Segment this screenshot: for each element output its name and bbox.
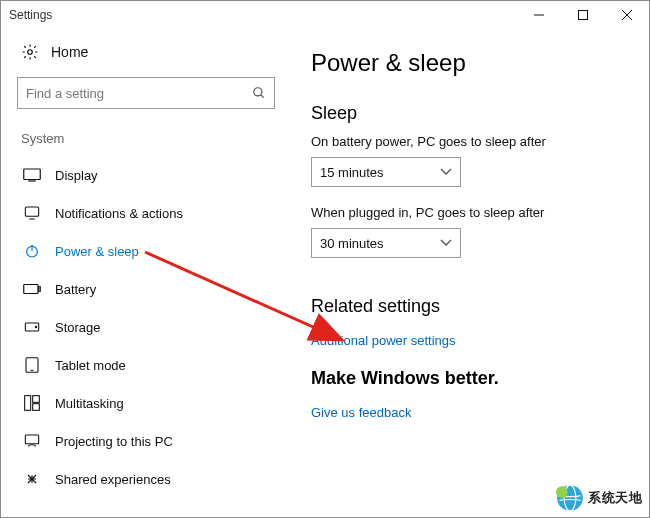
settings-window: Settings Home [0, 0, 650, 518]
minimize-button[interactable] [517, 1, 561, 29]
tablet-icon [23, 356, 41, 374]
sidebar-item-label: Battery [55, 282, 96, 297]
svg-point-4 [28, 50, 33, 55]
sidebar-item-battery[interactable]: Battery [17, 270, 275, 308]
storage-icon [23, 318, 41, 336]
titlebar: Settings [1, 1, 649, 29]
svg-point-5 [254, 88, 262, 96]
window-buttons [517, 1, 649, 29]
sleep-heading: Sleep [311, 103, 619, 124]
close-button[interactable] [605, 1, 649, 29]
multitasking-icon [23, 394, 41, 412]
maximize-icon [578, 10, 588, 20]
svg-line-6 [261, 95, 264, 98]
display-icon [23, 166, 41, 184]
svg-rect-20 [33, 404, 40, 411]
svg-rect-7 [24, 169, 41, 180]
dropdown-value: 30 minutes [320, 236, 384, 251]
feedback-link[interactable]: Give us feedback [311, 405, 411, 420]
related-heading: Related settings [311, 296, 619, 317]
feedback-heading: Make Windows better. [311, 368, 619, 389]
page-title: Power & sleep [311, 49, 619, 77]
sidebar-item-storage[interactable]: Storage [17, 308, 275, 346]
sidebar-item-notifications[interactable]: Notifications & actions [17, 194, 275, 232]
sidebar-item-tablet-mode[interactable]: Tablet mode [17, 346, 275, 384]
projecting-icon [23, 432, 41, 450]
sleep-section: Sleep On battery power, PC goes to sleep… [311, 103, 619, 276]
shared-icon [23, 470, 41, 488]
svg-point-15 [35, 326, 36, 327]
sidebar-item-label: Notifications & actions [55, 206, 183, 221]
sidebar-group-label: System [21, 131, 275, 146]
battery-sleep-label: On battery power, PC goes to sleep after [311, 134, 619, 149]
sidebar-item-label: Tablet mode [55, 358, 126, 373]
sidebar-nav: Display Notifications & actions Power & … [17, 156, 275, 498]
sidebar-item-projecting[interactable]: Projecting to this PC [17, 422, 275, 460]
sidebar-item-label: Display [55, 168, 98, 183]
battery-icon [23, 280, 41, 298]
svg-rect-9 [25, 207, 38, 216]
window-title: Settings [9, 8, 52, 22]
search-box[interactable] [17, 77, 275, 109]
sidebar-item-power-sleep[interactable]: Power & sleep [17, 232, 275, 270]
plugged-sleep-dropdown[interactable]: 30 minutes [311, 228, 461, 258]
gear-icon [21, 43, 39, 61]
close-icon [622, 10, 632, 20]
sidebar-item-multitasking[interactable]: Multitasking [17, 384, 275, 422]
search-input[interactable] [26, 86, 252, 101]
svg-rect-12 [24, 285, 38, 294]
svg-rect-19 [33, 396, 40, 403]
svg-rect-18 [25, 396, 31, 411]
battery-sleep-dropdown[interactable]: 15 minutes [311, 157, 461, 187]
chevron-down-icon [440, 239, 452, 247]
sidebar-item-shared-experiences[interactable]: Shared experiences [17, 460, 275, 498]
maximize-button[interactable] [561, 1, 605, 29]
sidebar-item-label: Multitasking [55, 396, 124, 411]
svg-rect-1 [579, 11, 588, 20]
plugged-sleep-label: When plugged in, PC goes to sleep after [311, 205, 619, 220]
sidebar: Home System Display Notifications & acti… [1, 29, 291, 517]
svg-rect-13 [39, 287, 41, 292]
additional-power-settings-link[interactable]: Additional power settings [311, 333, 456, 348]
chevron-down-icon [440, 168, 452, 176]
notifications-icon [23, 204, 41, 222]
sidebar-item-label: Projecting to this PC [55, 434, 173, 449]
related-section: Related settings Additional power settin… [311, 296, 619, 348]
sidebar-item-label: Storage [55, 320, 101, 335]
minimize-icon [534, 10, 544, 20]
main-panel: Power & sleep Sleep On battery power, PC… [291, 29, 649, 517]
svg-rect-21 [25, 435, 38, 444]
home-button[interactable]: Home [21, 43, 275, 61]
dropdown-value: 15 minutes [320, 165, 384, 180]
sidebar-item-label: Power & sleep [55, 244, 139, 259]
power-icon [23, 242, 41, 260]
home-label: Home [51, 44, 88, 60]
feedback-section: Make Windows better. Give us feedback [311, 368, 619, 420]
content-area: Home System Display Notifications & acti… [1, 29, 649, 517]
search-icon [252, 86, 266, 100]
sidebar-item-label: Shared experiences [55, 472, 171, 487]
sidebar-item-display[interactable]: Display [17, 156, 275, 194]
